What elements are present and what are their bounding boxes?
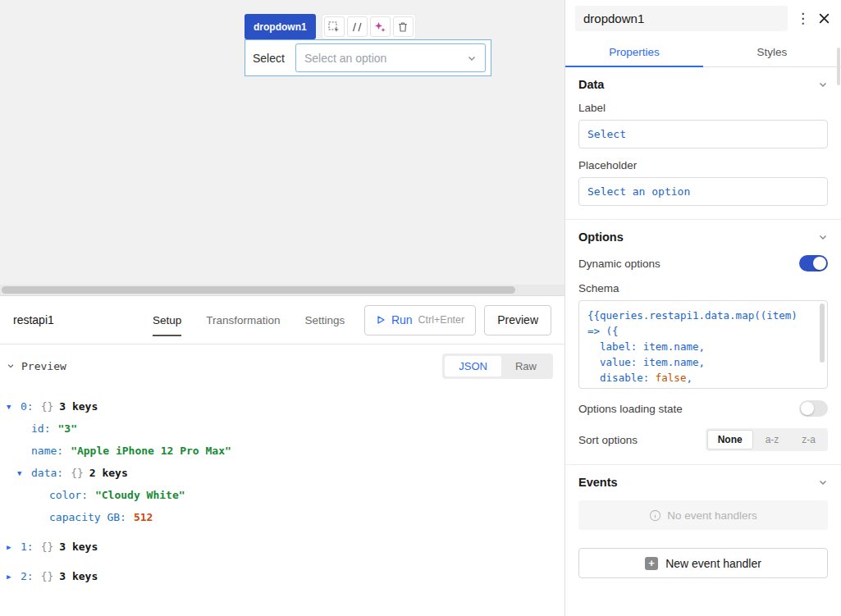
tree-value: "3" <box>57 422 76 435</box>
chevron-down-icon[interactable] <box>818 232 828 242</box>
tree-value: 512 <box>134 511 153 523</box>
vertical-scrollbar[interactable] <box>837 48 840 85</box>
tab-transformation[interactable]: Transformation <box>206 314 280 326</box>
code-editor-scrollbar[interactable] <box>820 303 825 363</box>
tree-key: name: <box>31 445 63 457</box>
query-name[interactable]: restapi1 <box>13 313 71 326</box>
tree-row[interactable]: ▼ 0: {} 3 keys <box>7 395 564 418</box>
collapse-arrow-icon[interactable]: ▼ <box>7 403 21 411</box>
select-control[interactable]: Select an option <box>295 43 486 72</box>
sort-az-option[interactable]: a-z <box>755 430 790 449</box>
tree-key: capacity GB: <box>49 511 126 523</box>
collapse-arrow-icon[interactable]: ▼ <box>17 469 31 477</box>
placeholder-field-label: Placeholder <box>578 159 828 171</box>
widget-title-input[interactable]: dropdown1 <box>575 6 788 31</box>
tree-brace: {} <box>41 570 54 582</box>
options-loading-row: Options loading state <box>578 400 828 417</box>
close-icon <box>817 11 831 25</box>
ai-sparkle-icon <box>373 21 386 34</box>
double-slash-icon <box>350 21 363 34</box>
placeholder-input[interactable] <box>578 177 828 206</box>
section-options-header[interactable]: Options <box>578 230 828 244</box>
tab-settings[interactable]: Settings <box>305 314 345 326</box>
tree-key: 2: <box>21 570 34 582</box>
code-text: {{queries.restapi1.data.map((item) <box>587 309 798 322</box>
trash-icon <box>396 21 409 34</box>
tree-meta: 3 keys <box>59 400 98 413</box>
widget-toolbar: dropdown1 <box>245 14 416 39</box>
dynamic-options-label: Dynamic options <box>578 258 660 270</box>
no-event-handlers-box: No event handlers <box>578 500 828 530</box>
run-label: Run <box>391 313 413 326</box>
dropdown-widget[interactable]: Select Select an option <box>245 39 491 76</box>
sort-za-option[interactable]: z-a <box>791 430 826 449</box>
binding-button[interactable] <box>347 16 368 37</box>
section-data-header[interactable]: Data <box>578 78 828 91</box>
code-line: value: item.name, <box>587 354 816 370</box>
section-title: Events <box>578 476 618 489</box>
schema-field-label: Schema <box>578 282 828 294</box>
widget-name-badge[interactable]: dropdown1 <box>245 14 316 39</box>
horizontal-scrollbar[interactable] <box>0 285 564 295</box>
label-input[interactable] <box>578 120 828 148</box>
tree-key: data: <box>31 467 63 479</box>
tree-row[interactable]: ▶ 2: {} 3 keys <box>7 565 564 587</box>
tab-styles[interactable]: Styles <box>703 37 841 66</box>
new-event-handler-button[interactable]: + New event handler <box>578 548 828 578</box>
expand-arrow-icon[interactable]: ▶ <box>7 543 21 551</box>
expand-arrow-icon[interactable]: ▶ <box>7 573 21 581</box>
scrollbar-thumb[interactable] <box>2 286 515 294</box>
no-event-handlers-text: No event handlers <box>667 509 757 522</box>
chevron-down-icon[interactable] <box>818 477 828 487</box>
kebab-menu-icon[interactable]: ⋮ <box>796 11 807 25</box>
tree-row[interactable]: ▼ data: {} 2 keys <box>7 462 564 484</box>
section-events-header[interactable]: Events <box>578 476 828 489</box>
format-json-option[interactable]: JSON <box>445 356 501 376</box>
app-window: dropdown1 Select <box>0 0 841 616</box>
preview-button[interactable]: Preview <box>484 305 551 335</box>
sort-none-option[interactable]: None <box>707 430 753 449</box>
tree-value: "Cloudy White" <box>95 489 185 501</box>
plus-icon: + <box>645 557 658 570</box>
ai-assist-button[interactable] <box>370 16 391 37</box>
select-parent-button[interactable] <box>324 16 345 37</box>
info-icon <box>649 509 661 522</box>
query-tabs: Setup Transformation Settings <box>153 314 345 326</box>
tree-row[interactable]: id: "3" <box>7 418 564 440</box>
preview-bar: Preview JSON Raw <box>0 345 564 387</box>
run-button[interactable]: Run Ctrl+Enter <box>364 305 476 335</box>
code-line: visible: true <box>587 386 816 389</box>
response-format-switch: JSON Raw <box>442 354 553 379</box>
chevron-down-icon <box>7 362 15 370</box>
canvas[interactable]: dropdown1 Select <box>0 0 564 295</box>
code-text: disable: <box>587 372 656 384</box>
schema-code-editor[interactable]: {{queries.restapi1.data.map((item) => ({… <box>578 300 828 389</box>
options-loading-label: Options loading state <box>578 403 683 415</box>
tab-properties[interactable]: Properties <box>565 37 703 66</box>
property-inspector: dropdown1 ⋮ Properties Styles Data Label… <box>564 0 841 616</box>
options-loading-toggle[interactable] <box>799 400 828 417</box>
code-text: value: item.name, <box>587 356 705 368</box>
tree-row[interactable]: capacity GB: 512 <box>7 506 564 528</box>
tree-meta: 3 keys <box>59 570 98 582</box>
tree-row[interactable]: color: "Cloudy White" <box>7 484 564 506</box>
tree-meta: 2 keys <box>89 467 128 479</box>
code-line: => ({ <box>587 323 816 339</box>
format-raw-option[interactable]: Raw <box>501 356 551 376</box>
tab-setup[interactable]: Setup <box>153 314 181 326</box>
editor-left-pane: dropdown1 Select <box>0 0 564 616</box>
query-actions: Run Ctrl+Enter Preview <box>364 305 551 335</box>
tree-value: "Apple iPhone 12 Pro Max" <box>71 445 231 457</box>
tree-row[interactable]: name: "Apple iPhone 12 Pro Max" <box>7 440 564 462</box>
chevron-down-icon[interactable] <box>818 80 828 89</box>
dynamic-options-toggle[interactable] <box>799 255 828 271</box>
new-event-handler-label: New event handler <box>665 557 761 570</box>
tree-brace: {} <box>41 541 54 553</box>
select-placeholder: Select an option <box>304 52 386 65</box>
close-button[interactable] <box>816 10 833 27</box>
delete-widget-button[interactable] <box>393 16 414 37</box>
tree-brace: {} <box>71 467 84 479</box>
section-title: Options <box>578 230 624 244</box>
tree-row[interactable]: ▶ 1: {} 3 keys <box>7 536 564 558</box>
collapse-section-button[interactable] <box>7 362 15 370</box>
